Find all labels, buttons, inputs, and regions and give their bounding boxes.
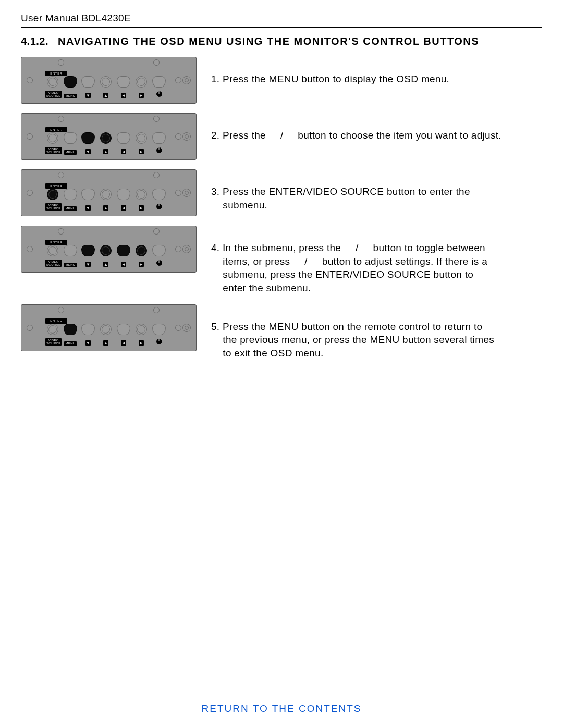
screw-icon [27,246,33,252]
panel-label-right: ► [134,202,149,212]
panel-button-menu [63,132,78,145]
panel-button-enter [45,324,60,336]
step-row: ENTERVIDEO SOURCEMENU▼▲◄►5. Press the ME… [21,304,542,360]
panel-button-up [99,76,113,89]
panel-label-left: ◄ [116,146,131,155]
panel-button-up [99,245,113,257]
panel-button-menu [63,245,78,257]
panel-button-right [134,324,149,336]
panel-label-down: ▼ [81,202,95,212]
panel-label-down: ▼ [81,258,95,268]
screw-icon [27,190,33,196]
step-text-content: 4. In the submenu, press the / button to… [211,242,491,293]
panel-button-right [134,76,149,89]
control-panel-illustration: ENTERVIDEO SOURCEMENU▼▲◄► [21,169,197,216]
panel-label-up: ▲ [99,90,113,99]
panel-label-left: ◄ [116,258,131,268]
panel-label-left: ◄ [116,90,131,99]
panel-labels: VIDEO SOURCEMENU▼▲◄► [45,202,170,212]
panel-labels: VIDEO SOURCEMENU▼▲◄► [45,258,170,268]
panel-button-left [116,189,131,201]
panel-button-menu [63,76,78,89]
panel-button-power [152,132,166,145]
panel-button-enter [45,245,60,257]
panel-button-down [81,245,95,257]
panel-label-right: ► [134,90,149,99]
step-text-content: 2. Press the / button to choose the item… [211,130,501,141]
panel-label-menu: MENU [63,258,78,268]
panel-button-down [81,132,95,145]
screw-icon [27,77,33,83]
panel-button-power [152,324,166,336]
panel-label-left: ◄ [116,202,131,212]
steps-list: ENTERVIDEO SOURCEMENU▼▲◄►1. Press the ME… [21,57,542,360]
step-row: ENTERVIDEO SOURCEMENU▼▲◄►1. Press the ME… [21,57,542,104]
panel-button-enter [45,132,60,145]
return-to-contents-link[interactable]: RETURN TO THE CONTENTS [0,703,563,714]
screw-icon [175,246,181,252]
sensor-icon [182,132,191,141]
panel-button-power [152,189,166,201]
panel-button-enter [45,189,60,201]
panel-button-menu [63,189,78,201]
panel-label-power [152,90,166,99]
screw-icon [175,190,181,196]
control-panel-illustration: ENTERVIDEO SOURCEMENU▼▲◄► [21,113,197,160]
panel-label-menu: MENU [63,337,78,347]
panel-button-right [134,189,149,201]
sensor-icon [182,76,191,84]
section-title: NAVIGATING THE OSD MENU USING THE MONITO… [58,35,479,47]
section-number: 4.1.2. [21,35,48,47]
panel-label-enter: VIDEO SOURCE [45,146,60,155]
screw-icon [58,228,64,235]
step-row: ENTERVIDEO SOURCEMENU▼▲◄►2. Press the / … [21,113,542,160]
panel-button-up [99,132,113,145]
step-text-content: 3. Press the ENTER/VIDEO SOURCE button t… [211,186,473,211]
panel-label-up: ▲ [99,337,113,347]
screw-icon [27,325,33,331]
panel-label-menu: MENU [63,202,78,212]
enter-label: ENTER [45,71,67,76]
screw-icon [58,307,64,313]
screw-icon [58,172,64,178]
panel-label-right: ► [134,146,149,155]
panel-label-power [152,202,166,212]
sensor-icon [182,189,191,197]
control-panel-illustration: ENTERVIDEO SOURCEMENU▼▲◄► [21,57,197,104]
divider [21,27,542,28]
step-text: 1. Press the MENU button to display the … [211,57,449,86]
step-text: 5. Press the MENU button on the remote c… [211,304,497,360]
panel-button-left [116,324,131,336]
enter-label: ENTER [45,240,67,245]
panel-label-up: ▲ [99,146,113,155]
step-text: 4. In the submenu, press the / button to… [211,226,491,295]
panel-label-enter: VIDEO SOURCE [45,258,60,268]
panel-label-menu: MENU [63,90,78,99]
page: User Manual BDL4230E 4.1.2.NAVIGATING TH… [0,0,563,728]
panel-label-enter: VIDEO SOURCE [45,337,60,347]
sensor-icon [182,324,191,332]
sensor-icon [182,245,191,253]
step-text-content: 5. Press the MENU button on the remote c… [211,321,497,359]
return-link-text[interactable]: RETURN TO THE CONTENTS [202,703,362,714]
panel-button-left [116,76,131,89]
panel-labels: VIDEO SOURCEMENU▼▲◄► [45,146,170,155]
panel-label-right: ► [134,258,149,268]
screw-icon [175,325,181,331]
panel-button-left [116,132,131,145]
panel-button-down [81,189,95,201]
panel-button-menu [63,324,78,336]
panel-label-up: ▲ [99,258,113,268]
enter-label: ENTER [45,183,67,189]
panel-button-power [152,76,166,89]
step-text: 3. Press the ENTER/VIDEO SOURCE button t… [211,169,473,212]
screw-icon [153,116,160,122]
step-row: ENTERVIDEO SOURCEMENU▼▲◄►3. Press the EN… [21,169,542,216]
panel-label-up: ▲ [99,202,113,212]
panel-label-down: ▼ [81,146,95,155]
screw-icon [153,172,160,178]
panel-button-up [99,324,113,336]
panel-label-down: ▼ [81,337,95,347]
control-panel-illustration: ENTERVIDEO SOURCEMENU▼▲◄► [21,226,197,273]
step-text: 2. Press the / button to choose the item… [211,113,501,142]
